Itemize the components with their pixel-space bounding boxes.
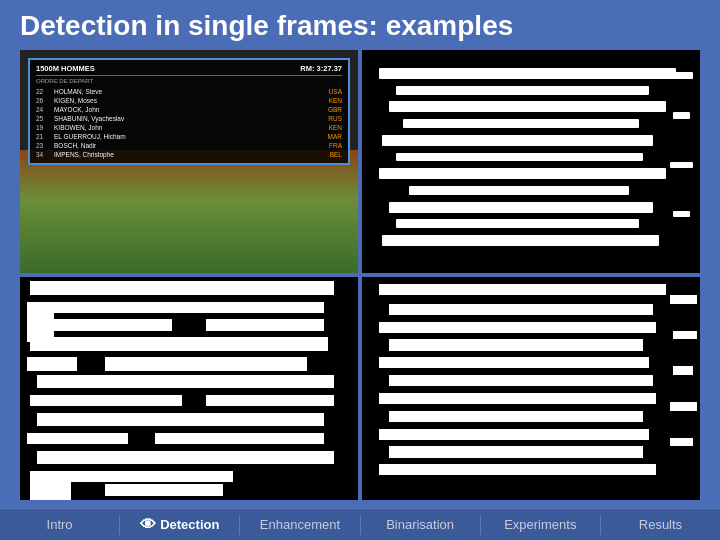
nav-item-detection[interactable]: 👁 Detection — [120, 509, 239, 540]
scoreboard-row: 22HOLMAN, SteveUSA — [36, 87, 342, 96]
eye-icon: 👁 — [140, 516, 156, 534]
image-binary-right — [362, 277, 700, 500]
scoreboard-overlay: 1500M HOMMES RM: 3:27.37 ORDRE DE DEPART… — [28, 58, 350, 165]
nav-label-detection: Detection — [160, 517, 219, 532]
nav-item-binarisation[interactable]: Binarisation — [361, 509, 480, 540]
scoreboard-time: RM: 3:27.37 — [300, 64, 342, 73]
nav-item-intro[interactable]: Intro — [0, 509, 119, 540]
nav-label-binarisation: Binarisation — [386, 517, 454, 532]
scoreboard-row: 26KIGEN, MosesKEN — [36, 96, 342, 105]
navigation-bar: Intro 👁 Detection Enhancement Binarisati… — [0, 508, 720, 540]
image-binary-left — [20, 277, 358, 500]
nav-label-intro: Intro — [47, 517, 73, 532]
page-title: Detection in single frames: examples — [0, 0, 720, 50]
scoreboard-subtitle: ORDRE DE DEPART — [36, 78, 342, 84]
nav-item-experiments[interactable]: Experiments — [481, 509, 600, 540]
bw-bars — [362, 50, 700, 273]
nav-label-results: Results — [639, 517, 682, 532]
image-sports-scoreboard: 1500M HOMMES RM: 3:27.37 ORDRE DE DEPART… — [20, 50, 358, 273]
nav-label-experiments: Experiments — [504, 517, 576, 532]
scoreboard-title: 1500M HOMMES — [36, 64, 95, 73]
scoreboard-row: 19KIBOWEN, JohnKEN — [36, 123, 342, 132]
image-detection-bw — [362, 50, 700, 273]
scoreboard-row: 23BOSCH, NadirFRA — [36, 141, 342, 150]
scoreboard-row: 24MAYOCK, JohnGBR — [36, 105, 342, 114]
scoreboard-row: 34IMPENS, ChristopheBEL — [36, 150, 342, 159]
nav-item-results[interactable]: Results — [601, 509, 720, 540]
nav-item-enhancement[interactable]: Enhancement — [240, 509, 359, 540]
scoreboard-row: 21EL GUERROUJ, HichamMAR — [36, 132, 342, 141]
nav-label-enhancement: Enhancement — [260, 517, 340, 532]
scoreboard-row: 25SHABUNIN, VyacheslavRUS — [36, 114, 342, 123]
images-grid: 1500M HOMMES RM: 3:27.37 ORDRE DE DEPART… — [20, 50, 700, 500]
